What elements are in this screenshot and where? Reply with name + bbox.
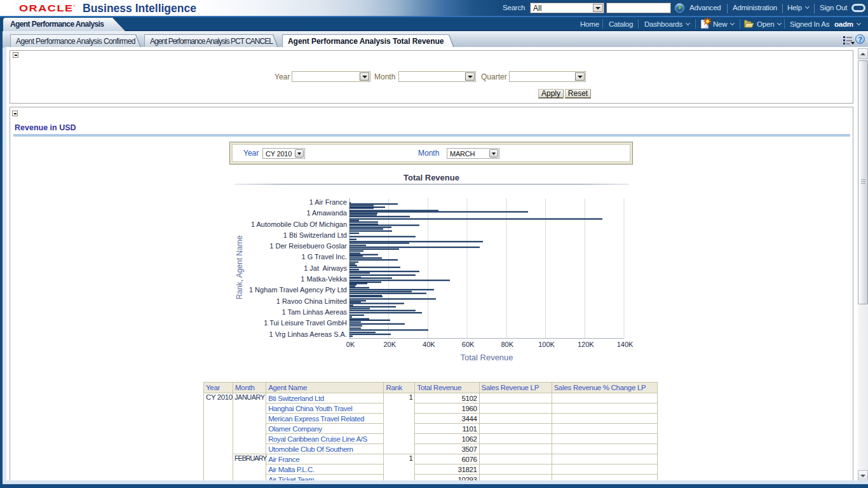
svg-text:1 Matka-Vekka: 1 Matka-Vekka (301, 275, 348, 283)
svg-text:1 G Travel Inc.: 1 G Travel Inc. (301, 253, 347, 261)
svg-text:1 Automobile Club Of Michigan: 1 Automobile Club Of Michigan (251, 220, 347, 228)
svg-text:1 Amawanda: 1 Amawanda (306, 209, 347, 217)
svg-text:1 Air France: 1 Air France (309, 198, 347, 206)
svg-text:1 Jat Airways: 1 Jat Airways (304, 264, 347, 272)
svg-text:40K: 40K (423, 341, 435, 348)
svg-text:140K: 140K (617, 341, 634, 348)
svg-text:Rank, Agent Name: Rank, Agent Name (235, 235, 244, 299)
svg-text:120K: 120K (578, 341, 594, 348)
svg-text:1 Ravoo China Limited: 1 Ravoo China Limited (276, 297, 347, 305)
svg-text:20K: 20K (383, 341, 396, 348)
svg-text:1 Tam Linhas Aereas: 1 Tam Linhas Aereas (281, 308, 347, 316)
svg-text:0K: 0K (346, 341, 355, 348)
svg-text:1 Tui Leisure Travel GmbH: 1 Tui Leisure Travel GmbH (264, 319, 347, 327)
svg-text:100K: 100K (538, 341, 555, 348)
svg-text:Total Revenue: Total Revenue (460, 353, 513, 362)
svg-text:80K: 80K (501, 341, 514, 348)
svg-text:1 Vrg Linhas Aereas S.A.: 1 Vrg Linhas Aereas S.A. (269, 330, 348, 338)
svg-text:60K: 60K (462, 341, 475, 348)
svg-text:1 Bti Switzerland Ltd: 1 Bti Switzerland Ltd (283, 231, 347, 239)
svg-text:1 Der Reisebuero Goslar: 1 Der Reisebuero Goslar (269, 242, 347, 250)
svg-text:1 Ngham Travel Agency Pty Ltd: 1 Ngham Travel Agency Pty Ltd (249, 286, 347, 294)
